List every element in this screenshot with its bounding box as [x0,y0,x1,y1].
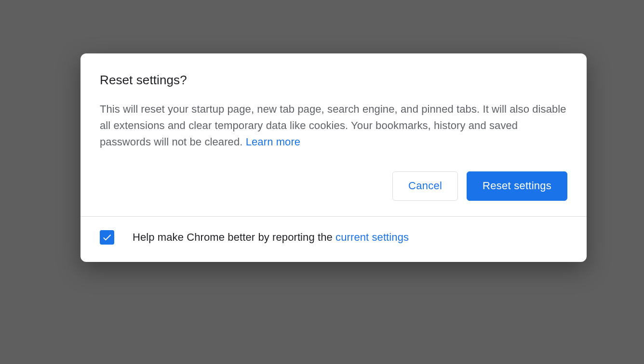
reset-settings-dialog: Reset settings? This will reset your sta… [80,53,587,262]
dialog-body-text: This will reset your startup page, new t… [100,103,566,148]
current-settings-link[interactable]: current settings [335,231,409,243]
button-row: Cancel Reset settings [100,171,567,200]
reset-settings-button[interactable]: Reset settings [467,171,567,200]
dialog-title: Reset settings? [100,73,567,88]
dialog-main: Reset settings? This will reset your sta… [80,53,587,216]
cancel-button[interactable]: Cancel [392,171,458,200]
dialog-body: This will reset your startup page, new t… [100,101,567,150]
learn-more-link[interactable]: Learn more [246,136,301,148]
report-settings-checkbox[interactable] [100,230,114,245]
footer-help-text: Help make Chrome better by reporting the… [133,231,409,244]
footer-text-prefix: Help make Chrome better by reporting the [133,231,335,243]
checkmark-icon [102,232,112,243]
dialog-footer: Help make Chrome better by reporting the… [80,216,587,262]
